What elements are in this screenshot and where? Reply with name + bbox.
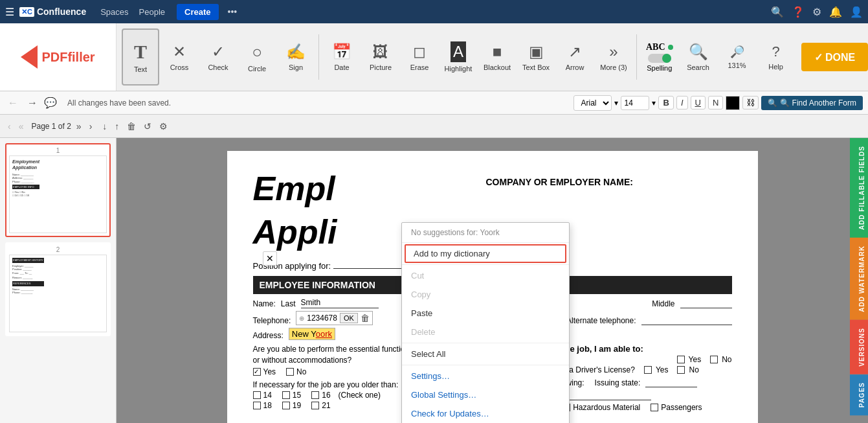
page-delete-btn[interactable]: 🗑 [124,120,139,133]
font-name-select[interactable]: Arial [573,95,612,111]
ctx-close-button[interactable]: ✕ [263,251,277,266]
history-nav: ← → 💬 [5,96,57,110]
link-button[interactable]: ⛓ [742,96,759,109]
phone-ok-btn[interactable]: OK [340,313,358,323]
notifications-nav-icon[interactable]: 🔔 [829,6,842,18]
passengers-label: Passengers [661,403,702,412]
thumb-number-1: 1 [9,147,107,154]
license-no-cb[interactable] [677,366,685,374]
highlight-icon: A [451,41,466,62]
bold-button[interactable]: B [658,96,673,109]
page-down-btn[interactable]: ↓ [100,120,109,133]
age-19-checkbox[interactable] [282,402,290,409]
page-up-btn[interactable]: ↑ [112,120,122,133]
essential-no-checkbox[interactable] [286,368,294,376]
hamburger-icon[interactable]: ☰ [5,6,14,18]
address-value[interactable]: New Yoork [289,328,335,340]
more-button[interactable]: ••• [224,4,241,19]
age-16-checkbox[interactable] [311,391,319,399]
ctx-delete: Delete [402,323,569,341]
tool-help[interactable]: ? Help [757,29,795,86]
page-fast-next-btn[interactable]: » [74,120,84,133]
thumbnail-2[interactable]: 2 EMPLOYMENT HISTORY Employer: ______ Po… [5,242,111,336]
tool-text[interactable]: T Text [122,29,159,86]
settings-nav-icon[interactable]: ⚙ [812,6,821,18]
people-link[interactable]: People [135,5,169,19]
spaces-link[interactable]: Spaces [96,5,132,19]
age-21-checkbox[interactable] [311,402,319,409]
forward-arrow[interactable]: → [25,96,40,110]
ctx-settings[interactable]: Settings… [402,367,569,385]
ctx-add-dictionary[interactable]: Add to my dictionary [405,244,566,263]
normal-button[interactable]: N [708,96,723,109]
textbox-label: Text Box [522,63,550,71]
page-prev-btn[interactable]: ‹ [5,120,14,133]
italic-button[interactable]: I [676,96,688,109]
settings-gear-icon[interactable]: ⚙ [159,121,168,131]
confluence-logo[interactable]: ✕C Confluence [19,6,86,17]
create-button[interactable]: Create [177,4,218,20]
essential-yes-checkbox[interactable] [253,368,261,376]
user-nav-icon[interactable]: 👤 [850,6,863,18]
spelling-indicator: ABC [646,42,673,52]
secondary-toolbar: ← → 💬 All changes have been saved. Arial… [0,91,868,115]
tool-zoom[interactable]: 🔎 131% [718,29,756,86]
overtime-yes-cb[interactable] [677,356,685,363]
underline-button[interactable]: U [691,96,706,109]
cross-icon: ✕ [173,43,186,61]
right-tab-fillable[interactable]: ADD FILLABLE FIELDS [850,138,868,238]
right-tab-pages[interactable]: PAGES [850,374,868,415]
ctx-select-all[interactable]: Select All [402,345,569,363]
right-tab-versions[interactable]: VERSIONS [850,320,868,374]
tool-circle[interactable]: ○ Circle [238,29,276,86]
tool-highlight[interactable]: A Highlight [440,29,477,86]
tool-picture[interactable]: 🖼 Picture [362,29,399,86]
zoom-icon: 🔎 [730,45,744,59]
thumbnail-1[interactable]: 1 EmploymentApplication Name: _________ … [5,143,111,237]
middle-name-field [680,298,732,308]
ctx-global-settings[interactable]: Global Settings… [402,385,569,404]
arrow-label: Arrow [566,63,584,71]
search-nav-icon[interactable]: 🔍 [771,6,784,18]
tool-sign[interactable]: ✍ Sign [277,29,315,86]
overtime-no-cb[interactable] [710,356,718,363]
page-next-btn[interactable]: › [87,120,95,133]
tool-date[interactable]: 📅 Date [323,29,361,86]
tool-textbox[interactable]: ▣ Text Box [517,29,555,86]
pdf-content[interactable]: Empl Appli COMPANY OR EMPLOYER NAME: Pos… [117,138,868,423]
tool-cross[interactable]: ✕ Cross [161,29,198,86]
right-tab-watermark[interactable]: ADD WATERMARK [850,238,868,320]
done-button[interactable]: ✓ DONE [801,43,868,71]
ctx-check-updates[interactable]: Check for Updates… [402,404,569,423]
sign-icon: ✍ [286,43,306,61]
phone-del-btn[interactable]: 🗑 [361,313,370,323]
find-font-button[interactable]: 🔍 🔍 Find Another Form [761,96,863,110]
page-refresh-btn[interactable]: ↺ [141,120,154,133]
tool-search[interactable]: 🔍 Search [680,29,717,86]
age-14-checkbox[interactable] [253,391,261,399]
help-nav-icon[interactable]: ❓ [792,6,805,18]
tool-check[interactable]: ✓ Check [199,29,237,86]
age-18-checkbox[interactable] [253,402,261,409]
color-swatch[interactable] [726,96,740,110]
tool-arrow[interactable]: ↗ Arrow [556,29,594,86]
ctx-paste[interactable]: Paste [402,304,569,323]
page-fast-prev-btn[interactable]: « [16,120,27,133]
context-menu: No suggestions for: Yoork Add to my dict… [401,222,570,423]
circle-icon: ○ [252,42,262,62]
spelling-toggle[interactable] [648,54,671,63]
nav-links: Spaces People [96,5,169,19]
tool-more[interactable]: » More (3) [595,29,632,86]
passengers-cb[interactable] [651,404,658,411]
age-15-checkbox[interactable] [282,391,290,399]
comment-icon[interactable]: 💬 [44,97,57,109]
help-icon: ? [772,43,779,60]
text-label: Text [134,65,147,73]
font-size-input[interactable] [621,96,649,110]
license-yes-cb[interactable] [644,366,652,374]
back-arrow[interactable]: ← [5,96,21,110]
last-name-field: Smith [301,298,379,308]
tool-spelling[interactable]: ABC Spelling [641,40,678,74]
tool-blackout[interactable]: ■ Blackout [478,29,516,86]
tool-erase[interactable]: ◻ Erase [401,29,438,86]
